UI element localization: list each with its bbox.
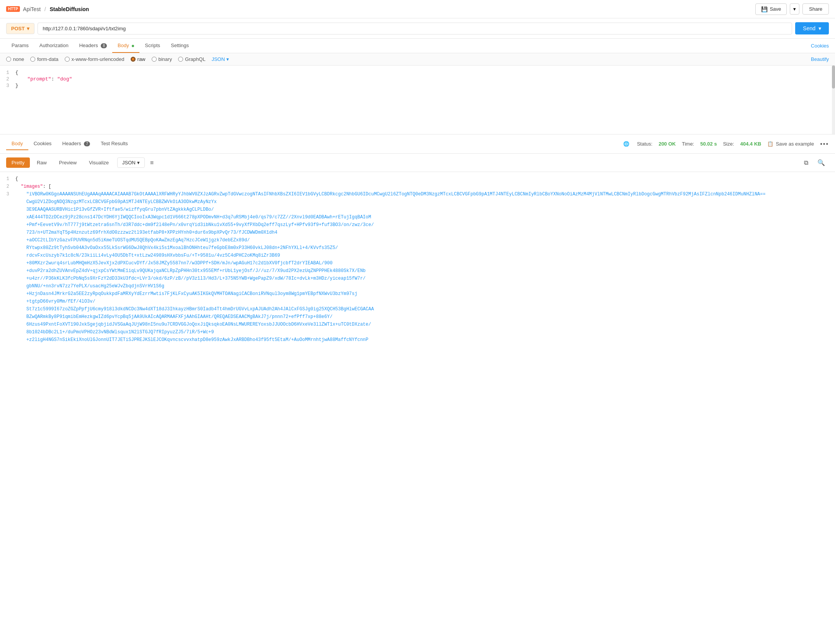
tab-settings[interactable]: Settings [165, 39, 194, 53]
breadcrumb: ApiTest / StableDiffusion [23, 6, 89, 12]
res-line-14: +u4zr//P36kKLK3fcPbNq5s9XrFzY2dD33kU3fdc… [0, 275, 835, 282]
breadcrumb-parent[interactable]: ApiTest [23, 6, 41, 12]
res-line-content-12: +80MXzr2wurq4srLubMHQmHzX5JevXjx2dPXCucv… [15, 260, 835, 267]
url-input[interactable] [38, 23, 792, 34]
tab-params[interactable]: Params [6, 39, 34, 53]
tab-body-label: Body [118, 43, 129, 48]
top-bar-left: HTTP ApiTest / StableDiffusion [6, 6, 89, 12]
radio-none[interactable] [6, 57, 11, 62]
method-chevron-icon: ▾ [27, 26, 29, 31]
option-graphql[interactable]: GraphQL [178, 56, 205, 62]
tab-scripts[interactable]: Scripts [139, 39, 165, 53]
option-form-data[interactable]: form-data [30, 56, 59, 62]
send-label: Send [803, 25, 815, 31]
share-label: Share [809, 6, 822, 12]
tab-scripts-label: Scripts [145, 43, 160, 48]
code-value-dog: "dog" [57, 76, 72, 82]
option-none[interactable]: none [6, 56, 24, 62]
breadcrumb-current: StableDiffusion [50, 6, 89, 12]
option-none-label: none [13, 56, 24, 62]
share-button[interactable]: Share [802, 3, 829, 15]
view-tab-pretty-label: Pretty [11, 160, 25, 166]
res-line-content-1: { [15, 175, 835, 182]
radio-graphql[interactable] [178, 57, 183, 62]
option-raw[interactable]: raw [131, 56, 146, 62]
res-line-content-20: 6Hzus49PxntFoXVT190JxkSgejqbjidJVSGaAqJU… [15, 321, 835, 328]
copy-button[interactable]: ⧉ [800, 157, 812, 169]
response-status: 🌐 Status: 200 OK Time: 50.02 s Size: 404… [623, 141, 829, 147]
code-key-prompt: "prompt" [27, 76, 51, 82]
res-line-19: BZwQARmkBy8P91qmibEmHezkgwIZd6pvYcpBq5jA… [0, 313, 835, 321]
json-dropdown[interactable]: JSON ▾ [211, 56, 229, 62]
tab-body[interactable]: Body [112, 39, 139, 53]
response-header: Body Cookies Headers 7 Test Results 🌐 St… [0, 134, 835, 154]
res-line-9: +aOCC2tLIbYzGazvFPUVRNqn5d5iKmeTUOSTqdMU… [0, 236, 835, 244]
radio-binary[interactable] [152, 57, 157, 62]
response-view-options: Pretty Raw Preview Visualize JSON ▾ ≡ ⧉ … [0, 154, 835, 172]
view-tab-preview-label: Preview [59, 160, 77, 166]
tab-params-label: Params [11, 43, 29, 48]
radio-raw[interactable] [131, 57, 136, 62]
line-content-1[interactable]: { [15, 70, 835, 75]
res-line-content-3: "iVBORw0KGgoAAAANSUhEUgAAAqAAAACAIAAAB7G… [15, 191, 835, 198]
save-dropdown-button[interactable]: ▾ [790, 3, 799, 15]
res-tab-cookies[interactable]: Cookies [28, 138, 57, 150]
res-tab-test-results[interactable]: Test Results [95, 138, 133, 150]
response-format-chevron-icon: ▾ [137, 160, 140, 166]
cookies-link[interactable]: Cookies [811, 43, 829, 49]
top-bar-right: 💾 Save ▾ Share [755, 3, 829, 15]
res-line-content-9: +aOCC2tLIbYzGazvFPUVRNqn5d5iKmeTUOSTqdMU… [15, 237, 835, 244]
res-line-3: 3 "iVBORw0KGgoAAAANSUhEUgAAAqAAAACAIAAAB… [0, 190, 835, 198]
radio-urlencoded[interactable] [65, 57, 70, 62]
line-content-3[interactable]: } [15, 83, 835, 88]
status-label: Status: [637, 141, 652, 147]
res-line-num-1: 1 [0, 175, 15, 182]
res-line-num-3: 3 [0, 191, 15, 198]
res-line-content-18: St7z1c5999I67zoZGZpPpfjU6cmy918l3dkdNCDc… [15, 306, 835, 313]
res-tab-cookies-label: Cookies [34, 141, 52, 146]
globe-icon: 🌐 [623, 141, 629, 147]
view-tab-preview[interactable]: Preview [54, 157, 82, 168]
save-button[interactable]: 💾 Save [755, 3, 787, 15]
size-value: 404.4 KB [740, 141, 761, 147]
method-label: POST [11, 26, 25, 31]
code-line-3: 3 } [0, 82, 835, 89]
send-button[interactable]: Send ▾ [795, 22, 829, 34]
res-tab-body[interactable]: Body [6, 138, 28, 150]
save-as-example-button[interactable]: 📋 Save as example [767, 141, 814, 147]
save-label: Save [770, 6, 781, 12]
tab-headers[interactable]: Headers 8 [74, 39, 112, 53]
res-tab-headers[interactable]: Headers 7 [57, 138, 95, 150]
copy-icon: ⧉ [804, 159, 808, 166]
view-tab-visualize[interactable]: Visualize [84, 157, 114, 168]
option-binary-label: binary [159, 56, 172, 62]
editor-scrollbar[interactable] [832, 66, 835, 134]
option-binary[interactable]: binary [152, 56, 172, 62]
res-tab-body-label: Body [11, 141, 23, 146]
url-bar: POST ▾ Send ▾ [0, 18, 835, 39]
res-line-content-15: gbNNU/+nn3rvN7zz7YePLX/usacHg25eWJvZbqdj… [15, 283, 835, 290]
res-line-8: 723/n+UT2maYqT5p4Hznzutz69frhXdO0zzzwz2t… [0, 229, 835, 236]
response-format-button[interactable]: JSON ▾ [117, 157, 145, 168]
search-button[interactable]: 🔍 [814, 157, 829, 169]
tab-authorization[interactable]: Authorization [34, 39, 74, 53]
view-tab-pretty[interactable]: Pretty [6, 157, 30, 168]
tab-settings-label: Settings [171, 43, 189, 48]
view-tab-raw[interactable]: Raw [31, 157, 52, 168]
radio-form-data[interactable] [30, 57, 35, 62]
search-icon: 🔍 [817, 159, 825, 166]
method-select[interactable]: POST ▾ [6, 23, 34, 34]
beautify-button[interactable]: Beautify [811, 56, 829, 62]
res-line-10: RYtwpx80Zz9tTyhSvb04A3vOaOxx55LkSsrWG6Dw… [0, 244, 835, 252]
more-options-button[interactable]: ••• [820, 141, 829, 147]
option-urlencoded[interactable]: x-www-form-urlencoded [65, 56, 124, 62]
editor-scrollbar-thumb[interactable] [832, 66, 835, 88]
res-line-content-13: +duvP2ra2dhZUVAnvEpZ4dV+qjxpCsYWtMmE1iqL… [15, 267, 835, 274]
body-options: none form-data x-www-form-urlencoded raw… [0, 53, 835, 66]
line-content-2[interactable]: "prompt": "dog" [15, 76, 835, 82]
res-line-content-11: rdcvFxcUszyb7k1c8cN/23kiiLi4vLy4OU5DbTt+… [15, 252, 835, 259]
res-line-content-8: 723/n+UT2maYqT5p4Hznzutz69frhXdO0zzzwz2t… [15, 229, 835, 236]
res-line-content-4: CwgU2VlZDogNDQ3NzgzMTcxLCBCVGFpbG9pA1MTJ… [15, 198, 835, 205]
res-line-num-2: 2 [0, 183, 15, 190]
sort-button[interactable]: ≡ [146, 157, 157, 169]
